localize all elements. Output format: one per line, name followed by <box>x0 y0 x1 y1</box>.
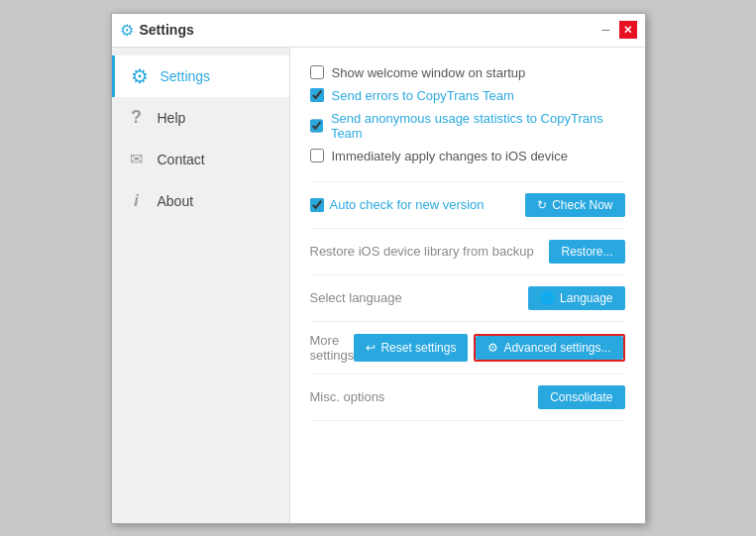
window-title-icon: ⚙ <box>120 21 134 40</box>
auto-check-label: Auto check for new version <box>330 197 485 212</box>
contact-icon: ✉ <box>126 149 148 170</box>
restore-button[interactable]: Restore... <box>549 240 624 264</box>
sidebar-item-contact[interactable]: ✉ Contact <box>112 139 289 180</box>
checkbox-errors: Send errors to CopyTrans Team <box>310 88 625 103</box>
auto-check-checkbox[interactable] <box>310 198 324 212</box>
help-icon: ? <box>126 107 148 129</box>
checkbox-welcome-label: Show welcome window on startup <box>332 65 526 80</box>
restore-label: Restore iOS device library from backup <box>310 244 534 259</box>
window-title: Settings <box>140 22 194 38</box>
misc-label: Misc. options <box>310 389 385 404</box>
language-row: Select language 🌐 Language <box>310 275 625 322</box>
content-area: ⚙ Settings ? Help ✉ Contact i About <box>112 48 645 523</box>
title-bar: ⚙ Settings ─ ✕ <box>112 14 645 48</box>
more-settings-buttons: ↩ Reset settings ⚙ Advanced settings... <box>354 334 624 362</box>
advanced-settings-button[interactable]: ⚙ Advanced settings... <box>476 336 622 360</box>
sidebar: ⚙ Settings ? Help ✉ Contact i About <box>112 48 290 523</box>
restore-label-text: Restore... <box>561 245 612 259</box>
settings-icon: ⚙ <box>129 65 151 87</box>
top-checkboxes-section: Show welcome window on startup Send erro… <box>310 65 625 182</box>
auto-check-row: Auto check for new version ↻ Check Now <box>310 182 625 229</box>
checkbox-apply: Immediately apply changes to iOS device <box>310 149 625 163</box>
sidebar-label-contact: Contact <box>158 152 205 167</box>
advanced-btn-wrapper: ⚙ Advanced settings... <box>474 334 624 362</box>
sidebar-item-settings[interactable]: ⚙ Settings <box>112 55 289 97</box>
language-btn-label: Language <box>560 291 612 305</box>
sidebar-label-help: Help <box>158 110 186 126</box>
title-controls: ─ ✕ <box>597 21 637 39</box>
sidebar-label-about: About <box>158 193 194 209</box>
auto-check-label-wrapper: Auto check for new version <box>310 197 485 212</box>
reset-icon: ↩ <box>366 341 376 355</box>
settings-window: ⚙ Settings ─ ✕ ⚙ Settings ? Help ✉ Conta… <box>111 13 646 524</box>
checkbox-welcome-input[interactable] <box>310 65 324 79</box>
sidebar-label-settings: Settings <box>161 68 211 84</box>
main-panel: Show welcome window on startup Send erro… <box>290 48 645 523</box>
language-button[interactable]: 🌐 Language <box>528 286 624 310</box>
language-globe-icon: 🌐 <box>540 291 555 305</box>
check-now-icon: ↻ <box>537 198 547 212</box>
title-bar-left: ⚙ Settings <box>120 21 194 40</box>
language-label: Select language <box>310 290 402 305</box>
check-now-label: Check Now <box>552 198 612 212</box>
sidebar-item-help[interactable]: ? Help <box>112 97 289 139</box>
advanced-gear-icon: ⚙ <box>487 341 498 355</box>
checkbox-errors-input[interactable] <box>310 88 324 102</box>
checkbox-stats-input[interactable] <box>310 119 323 133</box>
reset-settings-button[interactable]: ↩ Reset settings <box>354 334 468 362</box>
more-settings-label: More settings <box>310 333 355 363</box>
minimize-button[interactable]: ─ <box>597 21 615 39</box>
advanced-label: Advanced settings... <box>503 341 610 355</box>
checkbox-apply-input[interactable] <box>310 149 324 162</box>
close-button[interactable]: ✕ <box>619 21 637 39</box>
checkbox-errors-label: Send errors to CopyTrans Team <box>332 88 514 103</box>
consolidate-button[interactable]: Consolidate <box>538 385 624 409</box>
consolidate-label: Consolidate <box>550 390 612 404</box>
reset-label: Reset settings <box>380 341 456 355</box>
restore-row: Restore iOS device library from backup R… <box>310 229 625 275</box>
about-icon: i <box>126 190 148 212</box>
checkbox-stats-label: Send anonymous usage statistics to CopyT… <box>331 111 625 141</box>
more-settings-row: More settings ↩ Reset settings ⚙ Advance… <box>310 322 625 375</box>
checkbox-apply-label: Immediately apply changes to iOS device <box>332 149 568 163</box>
checkbox-welcome: Show welcome window on startup <box>310 65 625 80</box>
misc-options-row: Misc. options Consolidate <box>310 375 625 421</box>
checkbox-stats: Send anonymous usage statistics to CopyT… <box>310 111 625 141</box>
sidebar-item-about[interactable]: i About <box>112 180 289 222</box>
check-now-button[interactable]: ↻ Check Now <box>525 193 624 217</box>
